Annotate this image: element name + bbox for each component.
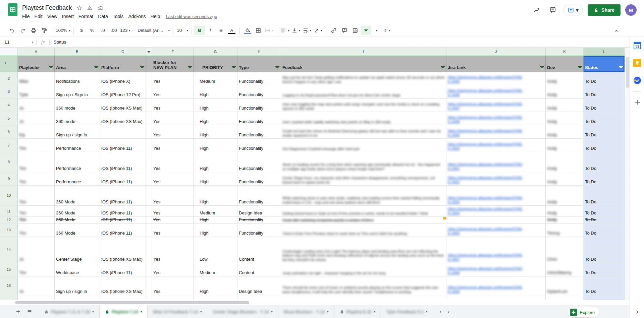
- cell-area[interactable]: Sign up / sign in: [55, 125, 100, 138]
- cell-jira-link[interactable]: https://stageverse.atlassian.net/browse/…: [446, 152, 546, 172]
- tab-menu-caret[interactable]: ▾: [92, 310, 94, 313]
- cell-blocker[interactable]: [152, 295, 194, 300]
- cell-platform[interactable]: iOS (iPhone 11): [100, 186, 146, 205]
- menu-insert[interactable]: Insert: [60, 13, 76, 20]
- cell-type[interactable]: Functionality: [237, 224, 281, 237]
- insert-comment-button[interactable]: [339, 26, 350, 35]
- hidden-columns-expander[interactable]: ◂▸: [146, 48, 152, 56]
- row-number[interactable]: 15: [0, 263, 18, 276]
- cell-dev[interactable]: [546, 295, 584, 300]
- col-header-g[interactable]: G: [194, 48, 237, 56]
- jira-link[interactable]: E-2454: [448, 211, 460, 215]
- cell-type[interactable]: Functionality: [237, 85, 281, 98]
- text-color-button[interactable]: A: [226, 26, 237, 35]
- header-blocker[interactable]: Blocker for NEW PLAN: [152, 56, 194, 72]
- tasks-icon[interactable]: [630, 72, 644, 89]
- cell-playtester[interactable]: Ely: [18, 125, 55, 138]
- cell-area[interactable]: Performance: [55, 139, 100, 152]
- print-button[interactable]: [28, 26, 39, 35]
- cell-jira-link[interactable]: https://stageverse.atlassian.net/browse/…: [446, 99, 546, 112]
- header-area[interactable]: Area: [55, 56, 100, 72]
- cell-hidden[interactable]: [146, 112, 152, 125]
- cell-type[interactable]: Functionality: [237, 112, 281, 125]
- row-number[interactable]: 14: [0, 237, 18, 263]
- document-title[interactable]: Playtest Feedback: [22, 4, 72, 11]
- strikethrough-button[interactable]: S: [216, 26, 226, 35]
- cell-type[interactable]: Functionality: [237, 125, 281, 138]
- menu-data[interactable]: Data: [96, 13, 110, 20]
- cell-dev[interactable]: Chris: [546, 237, 584, 263]
- cell-status[interactable]: To Do: [584, 263, 625, 276]
- tab-menu-caret[interactable]: ▾: [426, 310, 428, 313]
- cell-area[interactable]: 360 Mode: [55, 217, 100, 223]
- more-formats-button[interactable]: 123▾: [119, 26, 131, 35]
- cell-jira-link[interactable]: https://stageverse.atlassian.net/browse/…: [446, 276, 546, 295]
- share-button[interactable]: Share: [588, 4, 621, 16]
- cell-status[interactable]: To Do: [584, 99, 625, 112]
- row-number[interactable]: 11: [0, 206, 18, 216]
- header-status-selected-cell[interactable]: Status: [584, 56, 625, 72]
- cell-hidden[interactable]: [146, 152, 152, 172]
- merge-cells-button[interactable]: ▾: [264, 26, 275, 35]
- cell-playtester[interactable]: Tim: [18, 206, 55, 216]
- vertical-scrollbar-thumb[interactable]: [626, 57, 629, 88]
- jira-link[interactable]: https://stageverse.atlassian.net/browse/…: [448, 227, 522, 231]
- cell-jira-link[interactable]: https://stageverse.atlassian.net/browse/…: [446, 186, 546, 205]
- sheet-tab-3[interactable]: Mike UI Feedback 7.14▾: [148, 305, 207, 318]
- cell-playtester[interactable]: Jo: [18, 99, 55, 112]
- row-number-1[interactable]: 1: [0, 56, 18, 72]
- horizontal-scrollbar-thumb[interactable]: [15, 301, 249, 304]
- cell-hidden[interactable]: [146, 125, 152, 138]
- cell-priority[interactable]: High: [194, 85, 237, 98]
- cell-jira-link[interactable]: https://stageverse.atlassian.net/browse/…: [446, 125, 546, 138]
- cell-blocker[interactable]: Yes: [152, 237, 194, 263]
- jira-link[interactable]: E-2450: [448, 146, 460, 151]
- cell-priority[interactable]: High: [194, 172, 237, 185]
- col-header-l-selected[interactable]: L: [584, 48, 625, 56]
- col-header-j[interactable]: J: [446, 48, 546, 56]
- cell-playtester[interactable]: Tim: [18, 217, 55, 223]
- cell-blocker[interactable]: Yes: [152, 152, 194, 172]
- cell-dev[interactable]: Timmy: [546, 224, 584, 237]
- sheet-tab-2[interactable]: Playtest 7.14▾: [100, 305, 148, 318]
- cell-dev[interactable]: Andy: [546, 112, 584, 125]
- cell-feedback[interactable]: Jump animation not right - character han…: [281, 263, 446, 276]
- row-number[interactable]: 13: [0, 224, 18, 237]
- bold-button[interactable]: B: [194, 26, 205, 35]
- formula-input[interactable]: Status: [50, 40, 66, 45]
- fill-color-button[interactable]: [242, 26, 253, 35]
- jira-link[interactable]: E-2448: [448, 120, 460, 124]
- cell-jira-link[interactable]: https://stageverse.atlassian.net/browse/…: [446, 112, 546, 125]
- cell-area[interactable]: 360 mode: [55, 112, 100, 125]
- format-currency-button[interactable]: $: [76, 26, 87, 35]
- name-box[interactable]: L1▾: [0, 40, 36, 45]
- menu-file[interactable]: File: [20, 13, 32, 20]
- cell-hidden[interactable]: [146, 206, 152, 216]
- cell-hidden[interactable]: [146, 217, 152, 223]
- cell-type[interactable]: Functionality: [237, 72, 281, 85]
- tab-menu-caret[interactable]: ▾: [141, 310, 142, 313]
- header-jira[interactable]: Jira Link: [446, 56, 546, 72]
- tab-menu-caret[interactable]: ▾: [374, 310, 376, 313]
- cell-dev[interactable]: Andy: [546, 125, 584, 138]
- hide-side-panel-icon[interactable]: [630, 309, 644, 315]
- cell-area[interactable]: Notifications: [55, 72, 100, 85]
- cell-dev[interactable]: Andy: [546, 217, 584, 223]
- tab-menu-caret[interactable]: ▾: [327, 310, 329, 313]
- cell-status[interactable]: To Do: [584, 276, 625, 295]
- jira-link[interactable]: https://stageverse.atlassian.net/browse/…: [448, 176, 522, 180]
- jira-link[interactable]: https://stageverse.atlassian.net/browse/…: [448, 102, 522, 106]
- jira-link[interactable]: https://stageverse.atlassian.net/browse/…: [448, 253, 522, 257]
- jira-link[interactable]: https://stageverse.atlassian.net/browse/…: [448, 75, 522, 79]
- cell-dev[interactable]: Andy: [546, 206, 584, 216]
- add-sheet-button[interactable]: [13, 307, 23, 316]
- menu-view[interactable]: View: [45, 13, 60, 20]
- functions-button[interactable]: Σ▾: [382, 26, 393, 35]
- tabs-scroll-right-icon[interactable]: ›: [448, 308, 450, 315]
- col-header-b[interactable]: B: [55, 48, 100, 56]
- sheets-logo-icon[interactable]: [8, 3, 17, 24]
- calendar-icon[interactable]: 31: [630, 37, 644, 54]
- col-header-h[interactable]: H: [237, 48, 281, 56]
- cell-priority[interactable]: Medium: [194, 206, 237, 216]
- all-sheets-button[interactable]: [25, 307, 34, 316]
